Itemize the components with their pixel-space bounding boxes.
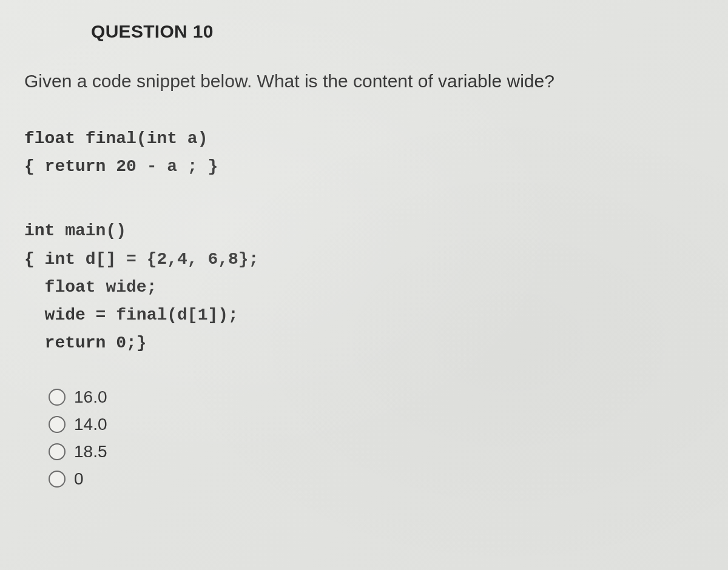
code-block-1: float final(int a) { return 20 - a ; } bbox=[24, 125, 673, 181]
code-line: wide = final(d[1]); bbox=[24, 301, 673, 329]
code-line: int main() bbox=[24, 217, 673, 245]
option-label: 18.5 bbox=[74, 442, 107, 461]
radio-icon[interactable] bbox=[49, 389, 66, 406]
option-label: 0 bbox=[74, 469, 84, 489]
code-line: { return 20 - a ; } bbox=[24, 153, 673, 181]
option-row[interactable]: 14.0 bbox=[49, 415, 673, 434]
option-label: 14.0 bbox=[74, 415, 107, 434]
option-row[interactable]: 16.0 bbox=[49, 387, 673, 407]
code-line: float wide; bbox=[24, 273, 673, 301]
option-row[interactable]: 18.5 bbox=[49, 442, 673, 461]
radio-icon[interactable] bbox=[49, 471, 66, 488]
question-title: QUESTION 10 bbox=[91, 21, 673, 42]
radio-icon[interactable] bbox=[49, 416, 66, 433]
radio-icon[interactable] bbox=[49, 443, 66, 460]
options-list: 16.0 14.0 18.5 0 bbox=[49, 387, 673, 489]
code-line: return 0;} bbox=[24, 329, 673, 357]
option-label: 16.0 bbox=[74, 387, 107, 407]
option-row[interactable]: 0 bbox=[49, 469, 673, 489]
question-prompt: Given a code snippet below. What is the … bbox=[24, 71, 673, 92]
code-line: float final(int a) bbox=[24, 125, 673, 153]
code-block-2: int main() { int d[] = {2,4, 6,8}; float… bbox=[24, 217, 673, 357]
code-line: { int d[] = {2,4, 6,8}; bbox=[24, 246, 673, 273]
